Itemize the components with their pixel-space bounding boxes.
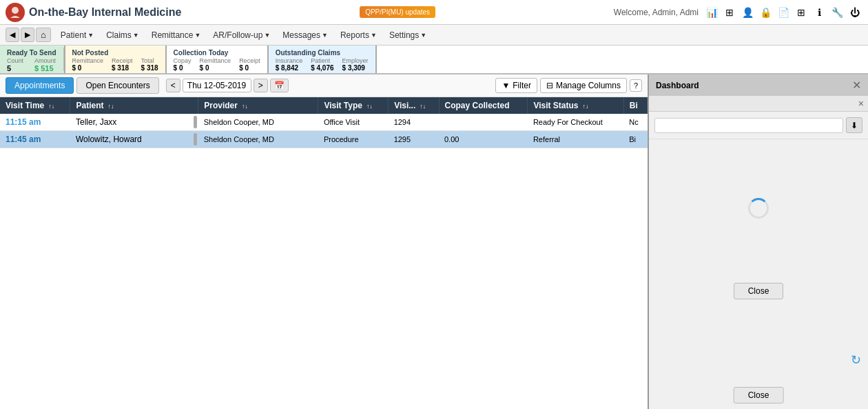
sort-visit-num-icon: ↑↓ xyxy=(420,103,426,110)
nav-claims-arrow: ▼ xyxy=(133,32,139,39)
appointments-table-container: Visit Time ↑↓ Patient ↑↓ Provider ↑↓ V xyxy=(0,97,648,148)
dashboard-inner-close-button[interactable]: × xyxy=(858,98,864,109)
col-provider[interactable]: Provider ↑↓ xyxy=(198,97,318,114)
collection-remittance: Remittance $ 0 xyxy=(200,57,231,72)
power-icon[interactable]: ⏻ xyxy=(847,5,862,20)
sort-visit-type-icon: ↑↓ xyxy=(366,103,373,110)
not-posted-cell: Not Posted Remittance $ 0 Receipt $ 318 … xyxy=(65,48,165,71)
nav-settings-arrow: ▼ xyxy=(420,32,426,39)
row-resize-handle[interactable] xyxy=(194,116,197,128)
logo-icon xyxy=(6,3,25,22)
collection-receipt: Receipt $ 0 xyxy=(239,57,260,72)
date-input[interactable] xyxy=(183,79,251,92)
not-posted-title: Not Posted xyxy=(72,49,158,57)
appointments-tab[interactable]: Appointments xyxy=(6,77,74,94)
next-date-button[interactable]: > xyxy=(254,79,268,92)
col-visit-num[interactable]: Visi... ↑↓ xyxy=(389,97,439,114)
apps-icon[interactable]: ⊞ xyxy=(794,5,809,20)
cell-copay-collected xyxy=(439,114,528,131)
table-row[interactable]: 11:15 am Teller, Jaxx Sheldon Cooper, MD… xyxy=(0,114,648,131)
cell-visit-num: 1294 xyxy=(389,114,439,131)
nav-ar-followup[interactable]: AR/Follow-up ▼ xyxy=(207,28,276,43)
table-header-row: Visit Time ↑↓ Patient ↑↓ Provider ↑↓ V xyxy=(0,97,648,114)
main-area: Appointments Open Encounters < > 📅 ▼ Fil… xyxy=(0,74,868,409)
nav-remittance[interactable]: Remittance ▼ xyxy=(146,28,207,43)
search-download-icon: ⬇ xyxy=(851,121,858,130)
user-icon[interactable]: 👤 xyxy=(740,5,755,20)
appointments-table: Visit Time ↑↓ Patient ↑↓ Provider ↑↓ V xyxy=(0,97,648,148)
refresh-icon[interactable]: ↻ xyxy=(851,352,861,368)
nav-messages-label: Messages xyxy=(282,30,320,40)
date-navigator: < > 📅 xyxy=(166,79,289,92)
second-close-button[interactable]: Close xyxy=(734,387,784,403)
col-visit-status[interactable]: Visit Status ↑↓ xyxy=(528,97,623,114)
tools-icon[interactable]: 🔧 xyxy=(829,5,845,20)
nav-patient[interactable]: Patient ▼ xyxy=(55,28,99,43)
col-patient[interactable]: Patient ↑↓ xyxy=(70,97,198,114)
ready-amount-cell: Amount $ 515 xyxy=(34,57,56,72)
ready-count-label: Count xyxy=(7,57,23,64)
sort-provider-icon: ↑↓ xyxy=(242,103,248,110)
chart-icon[interactable]: 📊 xyxy=(704,5,719,20)
col-visit-type[interactable]: Visit Type ↑↓ xyxy=(318,97,389,114)
not-posted-remittance: Remittance $ 0 xyxy=(72,57,104,72)
prev-date-button[interactable]: < xyxy=(166,79,180,92)
header-icon-group: 📊 ⊞ 👤 🔒 📄 ⊞ ℹ 🔧 ⏻ xyxy=(704,5,862,20)
row-resize-handle-2[interactable] xyxy=(194,133,197,146)
ready-amount-value: $ 515 xyxy=(34,64,56,72)
dashboard-search-input[interactable] xyxy=(654,118,843,133)
calendar-button[interactable]: 📅 xyxy=(270,79,289,92)
nav-reports[interactable]: Reports ▼ xyxy=(335,28,382,43)
outstanding-insurance: Insurance $ 8,842 xyxy=(276,57,303,72)
shield-icon[interactable]: 🔒 xyxy=(758,5,773,20)
qpp-badge[interactable]: QPP/PI(MU) updates xyxy=(360,6,435,18)
outstanding-cell: Outstanding Claims Insurance $ 8,842 Pat… xyxy=(269,48,375,71)
cell-patient: Wolowitz, Howard xyxy=(70,131,198,148)
manage-columns-button[interactable]: ⊟ Manage Columns xyxy=(540,78,627,93)
collection-today-section: Collection Today Copay $ 0 Remittance $ … xyxy=(167,46,269,73)
cell-copay-collected-2: 0.00 xyxy=(439,131,528,148)
filter-button[interactable]: ▼ Filter xyxy=(495,78,537,93)
cell-visit-num-2: 1295 xyxy=(389,131,439,148)
columns-icon: ⊟ xyxy=(546,81,553,90)
table-row[interactable]: 11:45 am Wolowitz, Howard Sheldon Cooper… xyxy=(0,131,648,148)
second-close-container: Close xyxy=(734,387,784,403)
help-button[interactable]: ? xyxy=(630,79,642,92)
cell-visit-type: Office Visit xyxy=(318,114,389,131)
dashboard-close-bottom-container: Close xyxy=(649,277,868,305)
home-button[interactable]: ⌂ xyxy=(36,28,51,42)
nav-ar-arrow: ▼ xyxy=(264,32,270,39)
open-encounters-tab[interactable]: Open Encounters xyxy=(76,77,158,94)
cell-visit-time: 11:45 am xyxy=(0,131,70,148)
col-billing[interactable]: Bi xyxy=(623,97,647,114)
info-icon[interactable]: ℹ xyxy=(812,5,827,20)
nav-messages[interactable]: Messages ▼ xyxy=(277,28,333,43)
nav-reports-label: Reports xyxy=(340,30,369,40)
app-logo: On-the-Bay Internal Medicine xyxy=(6,3,181,22)
dashboard-close-bottom-button[interactable]: Close xyxy=(734,283,784,299)
outstanding-employer: Employer $ 3,309 xyxy=(342,57,369,72)
nav-claims[interactable]: Claims ▼ xyxy=(101,28,145,43)
back-button[interactable]: ◀ xyxy=(6,28,19,42)
not-posted-total: Total $ 318 xyxy=(141,57,158,72)
filter-icon: ▼ xyxy=(502,81,510,90)
dashboard-loading-area xyxy=(649,139,868,277)
dashboard-close-button[interactable]: ✕ xyxy=(852,79,861,92)
dashboard-search-button[interactable]: ⬇ xyxy=(846,117,862,133)
cell-visit-time: 11:15 am xyxy=(0,114,70,131)
collection-copay: Copay $ 0 xyxy=(174,57,192,72)
dashboard-panel: Dashboard ✕ × ⬇ Close ↻ Close xyxy=(648,74,868,409)
forward-button[interactable]: ▶ xyxy=(21,28,34,42)
col-copay[interactable]: Copay Collected xyxy=(439,97,528,114)
header-center: QPP/PI(MU) updates xyxy=(181,6,613,18)
dashboard-inner-header-top: × xyxy=(649,96,868,112)
nav-settings[interactable]: Settings ▼ xyxy=(384,28,432,43)
ready-count-value: 5 xyxy=(7,64,23,72)
stats-bar: Ready To Send Count 5 Amount $ 515 Not P… xyxy=(0,46,868,74)
app-title: On-the-Bay Internal Medicine xyxy=(29,6,181,19)
cell-billing: Nc xyxy=(623,114,647,131)
document-icon[interactable]: 📄 xyxy=(776,5,791,20)
grid-icon[interactable]: ⊞ xyxy=(722,5,737,20)
col-visit-time[interactable]: Visit Time ↑↓ xyxy=(0,97,70,114)
cell-visit-type-2: Procedure xyxy=(318,131,389,148)
